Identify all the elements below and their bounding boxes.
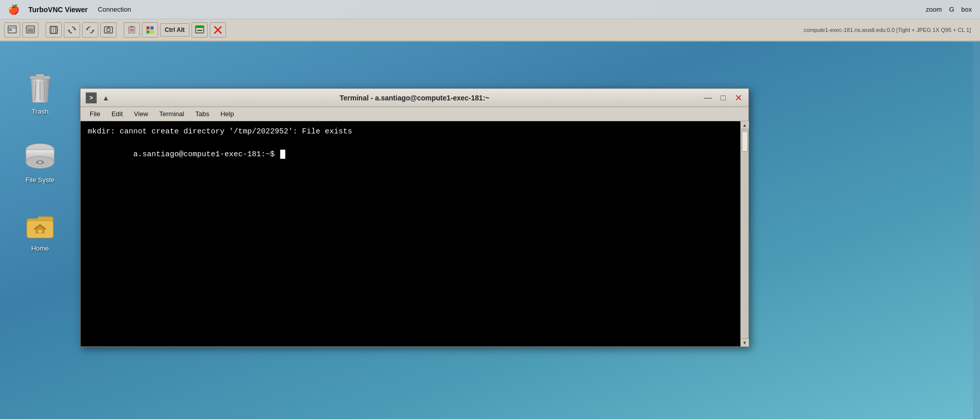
mac-menubar: 🍎 TurboVNC Viewer Connection zoom G box [0, 0, 980, 19]
terminal-title: Terminal - a.santiago@compute1-exec-181:… [340, 94, 489, 102]
terminal-menu-help[interactable]: Help [215, 109, 239, 119]
svg-rect-14 [130, 26, 134, 28]
filesystem-label: File Syste [25, 176, 54, 184]
svg-rect-27 [36, 74, 44, 77]
svg-rect-12 [107, 26, 110, 27]
filesystem-icon-container[interactable]: File Syste [24, 141, 56, 184]
terminal-app-icon: > [86, 92, 97, 103]
home-icon-container[interactable]: Home [24, 209, 56, 252]
toolbar-btn-minimize[interactable] [192, 22, 208, 38]
home-label: Home [31, 245, 49, 252]
toolbar-btn-zoom[interactable] [46, 22, 62, 38]
svg-rect-5 [27, 29, 33, 32]
terminal-line-2: a.santiago@compute1-exec-181:~$ [88, 138, 741, 172]
svg-rect-20 [150, 30, 154, 33]
app-name-label: TurboVNC Viewer [28, 6, 88, 14]
svg-rect-17 [146, 26, 149, 29]
scrollbar-thumb[interactable] [742, 131, 748, 152]
toolbar-btn-colorcheck[interactable] [142, 22, 158, 38]
terminal-win-controls-right: — □ ✕ [703, 93, 743, 103]
terminal-maximize-btn[interactable]: □ [718, 93, 728, 103]
toolbar-btn-refresh1[interactable] [64, 22, 80, 38]
svg-point-35 [38, 161, 42, 163]
svg-rect-18 [150, 26, 154, 29]
title-bar-shade-btn[interactable]: ▲ [101, 93, 111, 103]
menubar-connection[interactable]: Connection [98, 6, 131, 13]
desktop-icon-area: Trash [0, 42, 80, 419]
svg-rect-2 [9, 29, 12, 31]
terminal-menu-tabs[interactable]: Tabs [190, 109, 214, 119]
terminal-window: > ▲ Terminal - a.santiago@compute1-exec-… [80, 88, 749, 347]
svg-rect-19 [146, 30, 149, 33]
terminal-minimize-btn[interactable]: — [703, 93, 713, 103]
scrollbar-arrow-down[interactable]: ▼ [741, 338, 749, 346]
trash-icon [24, 72, 56, 104]
svg-rect-22 [196, 26, 204, 28]
svg-rect-36 [38, 230, 42, 233]
terminal-cursor [280, 150, 285, 159]
terminal-titlebar: > ▲ Terminal - a.santiago@compute1-exec-… [81, 89, 748, 107]
vnc-toolbar: Ctrl Alt compute1-exec-181.ris.wustl.edu… [0, 19, 980, 42]
terminal-menu-view[interactable]: View [129, 109, 153, 119]
home-icon [24, 209, 56, 241]
menubar-right: zoom G box [926, 6, 972, 13]
box-icon: box [961, 6, 972, 13]
terminal-scrollbar[interactable]: ▲ ▼ [740, 121, 748, 346]
desktop-right-scrollbar [973, 42, 980, 419]
toolbar-btn-disconnect[interactable] [210, 22, 226, 38]
toolbar-btn-options[interactable] [22, 22, 39, 38]
window-controls: ▲ [101, 93, 111, 103]
terminal-menubar: File Edit View Terminal Tabs Help [81, 107, 748, 121]
zoom-label: zoom [926, 6, 942, 13]
terminal-content[interactable]: mkdir: cannot create directory '/tmp/202… [81, 121, 748, 346]
toolbar-btn-clipboard[interactable] [124, 22, 140, 38]
scrollbar-arrow-up[interactable]: ▲ [741, 121, 749, 129]
toolbar-btn-new-conn[interactable] [4, 22, 20, 38]
vnc-connection-title: compute1-exec-181.ris.wustl.edu:0.0 [Tig… [804, 27, 971, 33]
terminal-menu-edit[interactable]: Edit [106, 109, 128, 119]
terminal-menu-terminal[interactable]: Terminal [154, 109, 189, 119]
toolbar-btn-refresh2[interactable] [82, 22, 98, 38]
svg-point-11 [107, 28, 110, 32]
apple-logo-icon[interactable]: 🍎 [8, 4, 19, 15]
desktop: Trash [0, 42, 980, 419]
filesystem-icon [24, 141, 56, 173]
ctrl-alt-button[interactable]: Ctrl Alt [160, 23, 190, 37]
grammarly-icon: G [949, 6, 954, 13]
terminal-line-1: mkdir: cannot create directory '/tmp/202… [88, 126, 741, 138]
toolbar-btn-screenshot[interactable] [100, 22, 117, 38]
trash-icon-container[interactable]: Trash [24, 72, 56, 115]
trash-label: Trash [32, 108, 49, 115]
terminal-menu-file[interactable]: File [85, 109, 105, 119]
terminal-close-btn[interactable]: ✕ [733, 93, 743, 103]
